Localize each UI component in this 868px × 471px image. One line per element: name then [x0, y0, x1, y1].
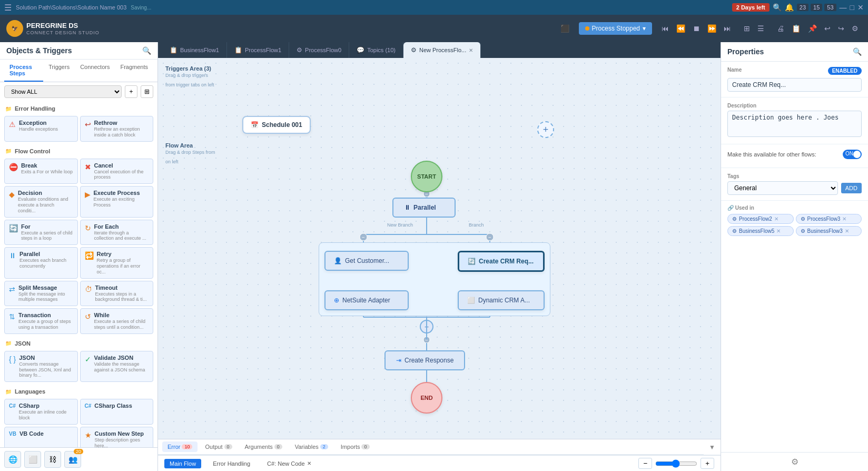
- businessflow3-chip-close[interactable]: ✕: [845, 228, 849, 234]
- grid-view-btn[interactable]: ⊞: [741, 22, 753, 35]
- csharp-name: CSharp: [19, 403, 73, 409]
- box-btn[interactable]: ⬜: [24, 451, 41, 468]
- stop-button[interactable]: ⏹: [689, 22, 703, 35]
- step-validate-json[interactable]: ✓ Validate JSON Validate the message aga…: [80, 351, 154, 382]
- next-button[interactable]: ⏩: [704, 22, 719, 35]
- list-view-btn[interactable]: ☰: [754, 22, 767, 35]
- footer-tab-main-flow[interactable]: Main Flow: [164, 459, 201, 468]
- step-vb-code[interactable]: VB VB Code: [4, 427, 78, 447]
- tab-fragments[interactable]: Fragments: [115, 60, 153, 82]
- notification-icon[interactable]: 🔔: [785, 3, 794, 12]
- footer-tab-error-handling[interactable]: Error Handling: [208, 459, 255, 468]
- used-in-businessflow3[interactable]: ⚙ BusinessFlow3 ✕: [796, 226, 862, 236]
- add-trigger-button[interactable]: +: [537, 121, 554, 138]
- step-rethrow[interactable]: ↩ Rethrow Rethrow an exception inside a …: [80, 116, 154, 142]
- tags-select[interactable]: General: [727, 181, 838, 195]
- minimize-icon[interactable]: —: [840, 3, 847, 12]
- step-json[interactable]: { } JSON Converts message between JSON, …: [4, 351, 78, 382]
- panel-search-icon[interactable]: 🔍: [142, 46, 151, 55]
- connect-btn[interactable]: ⛓: [44, 451, 61, 468]
- close-icon[interactable]: ✕: [857, 3, 864, 12]
- step-exception[interactable]: ⚠ Exception Handle exceptions: [4, 116, 78, 142]
- netsuite-node[interactable]: ⊕ NetSuite Adapter: [324, 290, 409, 310]
- play-button[interactable]: ⏮: [658, 22, 672, 35]
- end-button[interactable]: ⏭: [721, 22, 734, 35]
- step-csharp[interactable]: C# CSharp Execute an inline code block: [4, 399, 78, 425]
- step-for[interactable]: 🔄 For Execute a series of child steps in…: [4, 220, 78, 246]
- step-break[interactable]: ⛔ Break Exits a For or While loop: [4, 159, 78, 184]
- hamburger-icon[interactable]: ☰: [4, 3, 12, 13]
- step-decision[interactable]: ◆ Decision Evaluate conditions and execu…: [4, 186, 78, 217]
- step-while[interactable]: ↺ While Execute a series of child steps …: [80, 308, 154, 334]
- group-error-handling-header[interactable]: 📁 Error Handling: [2, 103, 155, 114]
- zoom-slider[interactable]: [655, 459, 697, 468]
- schedule-001-node[interactable]: 📅 Schedule 001: [242, 116, 311, 134]
- trigger-node-schedule[interactable]: 📅 Schedule 001: [242, 116, 311, 134]
- tags-add-btn[interactable]: ADD: [841, 183, 862, 193]
- right-bottom-settings-btn[interactable]: ⚙: [791, 457, 798, 467]
- tab-connectors[interactable]: Connectors: [75, 60, 115, 82]
- step-csharp-class[interactable]: C# CSharp Class: [80, 399, 154, 425]
- prev-button[interactable]: ⏪: [673, 22, 688, 35]
- tab-output[interactable]: Output 0: [200, 441, 237, 452]
- step-transaction[interactable]: ⇅ Transaction Execute a group of steps u…: [4, 308, 78, 334]
- process-status-button[interactable]: Process Stopped ▾: [579, 22, 652, 35]
- businessflow5-chip-close[interactable]: ✕: [776, 228, 781, 234]
- add-filter-btn[interactable]: +: [125, 85, 137, 98]
- filter-options-btn[interactable]: ⊞: [141, 85, 153, 98]
- paste-btn[interactable]: 📌: [805, 22, 820, 35]
- step-timeout[interactable]: ⏱ Timeout Executes steps in a background…: [80, 281, 154, 307]
- maximize-icon[interactable]: □: [850, 3, 854, 12]
- undo-btn[interactable]: ↩: [821, 22, 834, 35]
- available-toggle[interactable]: ON: [843, 150, 862, 159]
- tab-topics10[interactable]: 💬 Topics (10): [349, 42, 403, 58]
- used-in-processflow3[interactable]: ⚙ ProcessFlow3 ✕: [796, 214, 862, 224]
- csharp-footer-close[interactable]: ✕: [307, 460, 311, 466]
- zoom-in-btn[interactable]: +: [701, 458, 714, 469]
- copy-btn[interactable]: 📋: [788, 22, 804, 35]
- create-crm-node[interactable]: 🔄 Create CRM Req...: [458, 251, 545, 272]
- tab-variables[interactable]: Variables 2: [290, 441, 333, 452]
- step-retry[interactable]: 🔁 Retry Retry a group of operations if a…: [80, 247, 154, 278]
- settings-btn[interactable]: ⚙: [849, 22, 862, 35]
- name-input[interactable]: [727, 78, 862, 92]
- step-split-message[interactable]: ⇄ Split Message Split the message into m…: [4, 281, 78, 307]
- new-processflow-close[interactable]: ✕: [469, 47, 473, 53]
- tab-arguments[interactable]: Arguments 0: [240, 441, 288, 452]
- redo-btn[interactable]: ↪: [835, 22, 847, 35]
- globe-btn[interactable]: 🌐: [4, 451, 21, 468]
- properties-search-icon[interactable]: 🔍: [853, 47, 862, 56]
- tab-processflow0[interactable]: ⚙ ProcessFlow0: [289, 42, 349, 58]
- step-parallel[interactable]: ⏸ Parallel Executes each branch concurre…: [4, 247, 78, 278]
- tab-error[interactable]: Error 10: [162, 441, 198, 452]
- footer-tab-csharp[interactable]: C#: New Code ✕: [262, 459, 317, 468]
- toolbar-btn-1[interactable]: ⬛: [557, 22, 573, 35]
- group-flow-control-header[interactable]: 📁 Flow Control: [2, 146, 155, 156]
- parallel-node[interactable]: ⏸ Parallel: [392, 198, 456, 218]
- get-customer-node[interactable]: 👤 Get Customer...: [324, 251, 409, 271]
- processflow3-chip-close[interactable]: ✕: [842, 216, 846, 222]
- processflow2-chip-close[interactable]: ✕: [774, 216, 778, 222]
- step-for-each[interactable]: ↻ For Each Iterate through a collection …: [80, 220, 154, 246]
- tab-new-processflow[interactable]: ⚙ New ProcessFlo... ✕: [403, 42, 481, 58]
- group-json-header[interactable]: 📁 JSON: [2, 338, 155, 349]
- collapse-icon[interactable]: ▼: [704, 441, 721, 453]
- step-execute-process[interactable]: ▶ Execute Process Execute an exciting Pr…: [80, 186, 154, 217]
- filter-select[interactable]: Show ALL: [4, 85, 122, 98]
- tab-businessflow1[interactable]: 📋 BusinessFlow1: [162, 42, 227, 58]
- zoom-out-btn[interactable]: −: [638, 458, 652, 469]
- search-icon[interactable]: 🔍: [773, 3, 782, 12]
- description-textarea[interactable]: Description goes here . Joes: [727, 111, 862, 137]
- tab-triggers[interactable]: Triggers: [43, 60, 75, 82]
- tab-processflow1[interactable]: 📋 ProcessFlow1: [227, 42, 289, 58]
- step-cancel[interactable]: ✖ Cancel Cancel execution of the process: [80, 159, 154, 184]
- tab-imports[interactable]: Imports 0: [336, 441, 375, 452]
- dynamic-crm-node[interactable]: ⬜ Dynamic CRM A...: [458, 290, 545, 310]
- tab-process-steps[interactable]: Process Steps: [4, 60, 43, 82]
- used-in-businessflow5[interactable]: ⚙ BusinessFlow5 ✕: [727, 226, 794, 236]
- used-in-processflow2[interactable]: ⚙ ProcessFlow2 ✕: [727, 214, 794, 224]
- print-btn[interactable]: 🖨: [774, 22, 787, 35]
- group-languages-header[interactable]: 📁 Languages: [2, 386, 155, 397]
- create-response-node[interactable]: ⇥ Create Response: [384, 350, 465, 370]
- step-custom-new[interactable]: ★ Custom New Step Step description goes …: [80, 427, 154, 447]
